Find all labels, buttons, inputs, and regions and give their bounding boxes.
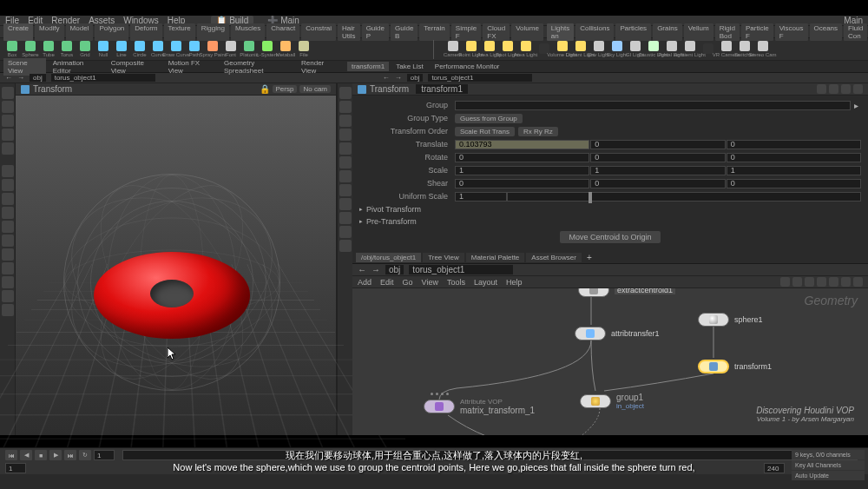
shelf-tab-deform[interactable]: Deform bbox=[130, 23, 161, 41]
shelf-tab-grains[interactable]: Grains bbox=[653, 23, 682, 41]
net-menu-go[interactable]: Go bbox=[403, 278, 413, 287]
rtool-3[interactable] bbox=[339, 115, 352, 127]
shelf-tab-terrain[interactable]: Terrain bbox=[419, 23, 449, 41]
shelf-env-light[interactable]: Env Light bbox=[590, 40, 608, 59]
shear-z[interactable]: 0 bbox=[727, 179, 861, 188]
net-icon-2[interactable] bbox=[792, 277, 802, 287]
shelf-tab-constrai[interactable]: Constrai bbox=[301, 23, 336, 41]
view-tab-animation-editor[interactable]: Animation Editor bbox=[49, 58, 104, 76]
play-first[interactable]: ⏮ bbox=[5, 450, 17, 460]
shelf-tab-texture[interactable]: Texture bbox=[164, 23, 195, 41]
tool-move[interactable] bbox=[2, 101, 14, 113]
network-tab-1[interactable]: Tree View bbox=[423, 253, 464, 262]
scale-z[interactable]: 1 bbox=[727, 166, 861, 175]
shelf-tab-muscles[interactable]: Muscles bbox=[231, 23, 265, 41]
shelf-ambient-light[interactable]: Ambient Light bbox=[681, 40, 699, 59]
tool-scale[interactable] bbox=[2, 129, 14, 141]
uniform-scale-slider[interactable] bbox=[507, 192, 861, 202]
network-tab-2[interactable]: Material Palette bbox=[466, 253, 525, 262]
node-transform[interactable]: transform1 bbox=[698, 360, 772, 373]
start-frame[interactable]: 1 bbox=[5, 463, 26, 473]
view-tab-render-view[interactable]: Render View bbox=[297, 58, 342, 76]
tool-handles[interactable] bbox=[2, 142, 14, 155]
net-menu-view[interactable]: View bbox=[422, 278, 438, 287]
frame-input[interactable]: 1 bbox=[94, 450, 115, 460]
shelf-tab-particlef[interactable]: Particle F bbox=[741, 23, 773, 41]
tool-snap[interactable] bbox=[2, 179, 14, 191]
tool-6[interactable] bbox=[2, 193, 14, 205]
play-fwd[interactable]: ▶ bbox=[49, 450, 62, 460]
shear-x[interactable]: 0 bbox=[455, 179, 589, 188]
net-menu-edit[interactable]: Edit bbox=[380, 278, 394, 287]
path-back[interactable]: ← bbox=[5, 74, 12, 82]
node-matrix-transform[interactable]: Attribute VOP matrix_transform_1 bbox=[424, 398, 535, 415]
view-tab-scene-view[interactable]: Scene View bbox=[3, 58, 46, 76]
net-icon-5[interactable] bbox=[829, 277, 838, 287]
shelf-tab-hair utils[interactable]: Hair Utils bbox=[338, 23, 360, 41]
net-menu-help[interactable]: Help bbox=[506, 278, 523, 287]
transform-order-dropdown[interactable]: Scale Rot Trans bbox=[455, 127, 515, 136]
path2-node[interactable]: torus_object1 bbox=[428, 74, 532, 82]
shelf-tab-create[interactable]: Create bbox=[3, 23, 33, 41]
pin-icon[interactable] bbox=[853, 84, 863, 94]
shelf-tab-lightsan[interactable]: Lights an bbox=[547, 23, 574, 41]
net-icon-4[interactable] bbox=[817, 277, 826, 287]
net-menu-layout[interactable]: Layout bbox=[474, 278, 497, 287]
shelf-tab-guide p[interactable]: Guide P bbox=[362, 23, 389, 41]
tool-9[interactable] bbox=[2, 235, 14, 247]
shelf-tab-polygon[interactable]: Polygon bbox=[95, 23, 128, 41]
shelf-font[interactable]: Font bbox=[222, 40, 240, 59]
rotate-y[interactable]: 0 bbox=[590, 153, 725, 162]
shelf-sky-light[interactable]: Sky Light bbox=[608, 40, 626, 59]
shelf-stereo-cam[interactable]: Stereo Cam bbox=[754, 40, 772, 59]
tool-11[interactable] bbox=[2, 262, 14, 274]
shelf-tab-model[interactable]: Model bbox=[66, 23, 94, 41]
shelf-null[interactable]: Null bbox=[95, 40, 112, 59]
shelf-tab-oceans[interactable]: Oceans bbox=[810, 23, 843, 41]
net-icon-1[interactable] bbox=[780, 277, 790, 287]
shelf-line[interactable]: Line bbox=[113, 40, 130, 59]
timeline-track[interactable] bbox=[122, 450, 858, 460]
rtool-11[interactable] bbox=[339, 226, 352, 238]
net-icon-3[interactable] bbox=[805, 277, 814, 287]
shelf-metaball[interactable]: Metaball bbox=[277, 40, 294, 59]
auto-update-dropdown[interactable]: Auto Update bbox=[792, 471, 865, 480]
rotate-x[interactable]: 0 bbox=[455, 153, 589, 162]
net-tab-takelist[interactable]: Take List bbox=[391, 62, 428, 71]
translate-z[interactable]: 0 bbox=[727, 140, 861, 149]
shelf-tab-charact[interactable]: Charact bbox=[266, 23, 299, 41]
group-input[interactable] bbox=[455, 101, 851, 110]
param-node-name[interactable]: transform1 bbox=[416, 84, 468, 94]
move-centroid-button[interactable]: Move Centroid to Origin bbox=[560, 231, 660, 243]
net-menu-tools[interactable]: Tools bbox=[447, 278, 465, 287]
shelf-tab-simple f[interactable]: Simple F bbox=[451, 23, 481, 41]
lock-icon[interactable]: 🔒 bbox=[260, 84, 270, 94]
shelf-torus[interactable]: Torus bbox=[58, 40, 76, 59]
view-tab-geometry-spreadsheet[interactable]: Geometry Spreadsheet bbox=[220, 58, 294, 76]
rtool-9[interactable] bbox=[339, 198, 352, 210]
tool-8[interactable] bbox=[2, 221, 14, 233]
group-picker-icon[interactable]: ▸ bbox=[851, 101, 861, 110]
path2-obj[interactable]: obj bbox=[407, 74, 424, 82]
shelf-platonic[interactable]: Platonic bbox=[240, 40, 258, 59]
rot-order-dropdown[interactable]: Rx Ry Rz bbox=[518, 127, 558, 136]
net-icon-7[interactable] bbox=[853, 277, 863, 287]
shelf-draw-curve[interactable]: Draw Curve bbox=[168, 40, 185, 59]
tool-rotate[interactable] bbox=[2, 115, 14, 127]
net-tab-transform[interactable]: transform1 bbox=[347, 62, 389, 71]
shelf-tab-vellum[interactable]: Vellum bbox=[684, 23, 713, 41]
network-canvas[interactable]: Geometry Discovering Houdini VOP Volume … bbox=[352, 288, 868, 435]
node-group[interactable]: group1 in_object bbox=[580, 393, 644, 410]
shelf-tab-volume[interactable]: Volume bbox=[511, 23, 543, 41]
net-fwd[interactable]: → bbox=[372, 265, 380, 274]
shelf-tab-cloud fx[interactable]: Cloud FX bbox=[483, 23, 510, 41]
shelf-tab-rigidbod[interactable]: Rigid Bod bbox=[715, 23, 740, 41]
net-path-obj[interactable]: obj bbox=[385, 265, 404, 274]
tool-13[interactable] bbox=[2, 290, 14, 302]
viewport-canvas[interactable] bbox=[16, 96, 336, 435]
node-attribtransfer[interactable]: attribtransfer1 bbox=[575, 327, 660, 340]
view-tab-motion-fx-view[interactable]: Motion FX View bbox=[164, 58, 217, 76]
shelf-tab-modify[interactable]: Modify bbox=[35, 23, 64, 41]
pretransform-collapse[interactable]: Pre-Transform bbox=[359, 215, 861, 228]
scale-x[interactable]: 1 bbox=[455, 166, 589, 175]
